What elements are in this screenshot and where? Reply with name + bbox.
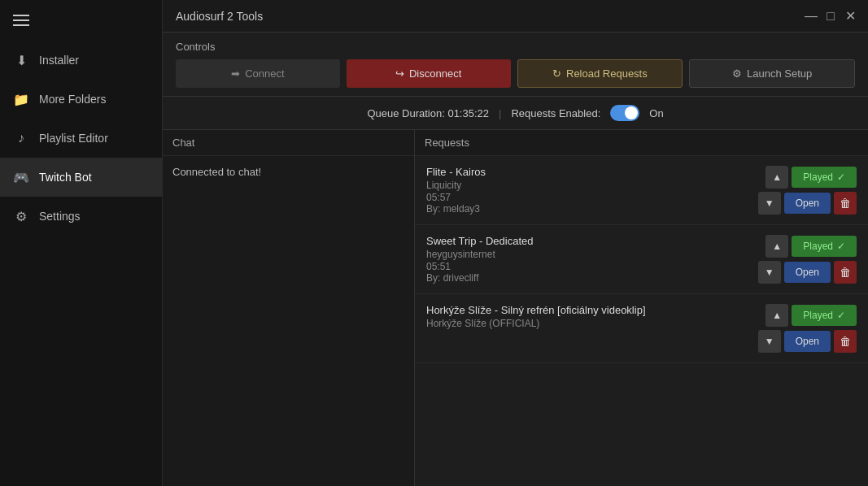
request-info: Flite - Kairos Liquicity 05:57 By: melda…: [426, 166, 750, 215]
open-button[interactable]: Open: [784, 262, 831, 283]
table-row: Horkýže Slíže - Silný refrén [oficiálny …: [415, 294, 868, 363]
main-content: Audiosurf 2 Tools — □ ✕ Controls ➡ Conne…: [163, 0, 868, 486]
open-button[interactable]: Open: [784, 193, 831, 214]
request-row1: ▲ Played ✓: [765, 235, 857, 258]
sidebar-item-playlist-editor[interactable]: ♪ Playlist Editor: [0, 119, 162, 158]
sidebar-item-settings-label: Settings: [39, 210, 81, 223]
sidebar: ⬇ Installer 📁 More Folders ♪ Playlist Ed…: [0, 0, 163, 486]
move-down-button[interactable]: ▼: [758, 261, 781, 284]
request-controls: ▲ Played ✓ ▼ Open 🗑: [758, 304, 857, 353]
launch-icon: ⚙: [732, 67, 742, 80]
toggle-thumb: [625, 106, 638, 119]
sidebar-item-installer-label: Installer: [39, 54, 79, 67]
requests-list: Flite - Kairos Liquicity 05:57 By: melda…: [415, 156, 868, 486]
move-down-button[interactable]: ▼: [758, 330, 781, 353]
controls-section: Controls ➡ Connect ↪ Disconnect ↻ Reload…: [163, 33, 868, 97]
request-title: Sweet Trip - Dedicated: [426, 235, 750, 247]
played-button[interactable]: Played ✓: [792, 167, 857, 188]
chat-content: Connected to chat!: [163, 156, 414, 486]
played-button[interactable]: Played ✓: [792, 236, 857, 257]
sidebar-header[interactable]: [0, 8, 162, 33]
sidebar-item-more-folders-label: More Folders: [39, 93, 106, 106]
disconnect-icon: ↪: [395, 67, 404, 80]
request-requester: Horkýže Slíže (OFFICIAL): [426, 318, 750, 329]
table-row: Flite - Kairos Liquicity 05:57 By: melda…: [415, 156, 868, 225]
request-controls: ▲ Played ✓ ▼ Open 🗑: [758, 235, 857, 284]
request-row1: ▲ Played ✓: [765, 304, 857, 327]
disconnect-label: Disconnect: [409, 67, 461, 80]
chat-message: Connected to chat!: [172, 166, 261, 178]
connect-button[interactable]: ➡ Connect: [176, 59, 340, 88]
reload-label: Reload Requests: [566, 67, 648, 80]
played-label: Played: [803, 171, 833, 183]
reload-button[interactable]: ↻ Reload Requests: [517, 59, 683, 88]
request-row1: ▲ Played ✓: [765, 166, 857, 189]
request-duration: 05:57: [426, 192, 750, 203]
sidebar-item-settings[interactable]: ⚙ Settings: [0, 197, 162, 236]
move-up-button[interactable]: ▲: [765, 304, 788, 327]
toggle-switch[interactable]: [610, 105, 639, 121]
move-up-button[interactable]: ▲: [765, 235, 788, 258]
launch-button[interactable]: ⚙ Launch Setup: [689, 59, 855, 88]
request-requester: heyguysinternet: [426, 249, 750, 260]
move-down-button[interactable]: ▼: [758, 192, 781, 215]
controls-label: Controls: [176, 41, 855, 53]
toggle-track[interactable]: [610, 105, 639, 121]
app-title: Audiosurf 2 Tools: [176, 10, 263, 23]
queue-divider: |: [499, 107, 501, 119]
request-row2: ▼ Open 🗑: [758, 330, 857, 353]
checkmark-icon: ✓: [837, 310, 845, 321]
disconnect-button[interactable]: ↪ Disconnect: [347, 59, 511, 88]
installer-icon: ⬇: [13, 52, 29, 68]
played-label: Played: [803, 310, 833, 321]
toggle-state-label: On: [649, 107, 663, 119]
playlist-icon: ♪: [13, 130, 29, 146]
requests-header: Requests: [415, 130, 868, 156]
reload-icon: ↻: [552, 67, 561, 80]
chat-panel: Chat Connected to chat!: [163, 130, 415, 486]
queue-duration-label: Queue Duration: 01:35:22: [367, 107, 489, 119]
delete-button[interactable]: 🗑: [834, 330, 857, 353]
request-duration: 05:51: [426, 261, 750, 272]
sidebar-item-twitch-label: Twitch Bot: [39, 171, 92, 184]
queue-bar: Queue Duration: 01:35:22 | Requests Enab…: [163, 97, 868, 130]
request-title: Flite - Kairos: [426, 166, 750, 178]
window-controls: — □ ✕: [806, 11, 855, 21]
request-controls: ▲ Played ✓ ▼ Open 🗑: [758, 166, 857, 215]
chat-header: Chat: [163, 130, 414, 156]
request-info: Horkýže Slíže - Silný refrén [oficiálny …: [426, 304, 750, 330]
queue-label: Queue Duration:: [367, 107, 444, 119]
open-button[interactable]: Open: [784, 331, 831, 352]
move-up-button[interactable]: ▲: [765, 166, 788, 189]
twitch-icon: 🎮: [13, 169, 29, 185]
minimize-button[interactable]: —: [806, 11, 816, 21]
request-row2: ▼ Open 🗑: [758, 192, 857, 215]
connect-arrow-icon: ➡: [231, 67, 240, 80]
delete-button[interactable]: 🗑: [834, 192, 857, 215]
checkmark-icon: ✓: [837, 241, 845, 252]
more-folders-icon: 📁: [13, 91, 29, 107]
request-info: Sweet Trip - Dedicated heyguysinternet 0…: [426, 235, 750, 284]
request-row2: ▼ Open 🗑: [758, 261, 857, 284]
title-bar: Audiosurf 2 Tools — □ ✕: [163, 0, 868, 33]
checkmark-icon: ✓: [837, 171, 845, 183]
controls-buttons: ➡ Connect ↪ Disconnect ↻ Reload Requests…: [176, 59, 855, 88]
sidebar-item-installer[interactable]: ⬇ Installer: [0, 41, 162, 80]
settings-icon: ⚙: [13, 208, 29, 224]
delete-button[interactable]: 🗑: [834, 261, 857, 284]
launch-label: Launch Setup: [747, 67, 812, 80]
sidebar-item-twitch-bot[interactable]: 🎮 Twitch Bot: [0, 158, 162, 197]
request-by: By: melday3: [426, 203, 750, 215]
played-button[interactable]: Played ✓: [792, 305, 857, 326]
requests-enabled-label: Requests Enabled:: [511, 107, 600, 119]
hamburger-icon: [13, 15, 29, 26]
close-button[interactable]: ✕: [845, 11, 855, 21]
sidebar-item-more-folders[interactable]: 📁 More Folders: [0, 80, 162, 119]
requests-panel: Requests Flite - Kairos Liquicity 05:57 …: [415, 130, 868, 486]
request-requester: Liquicity: [426, 180, 750, 191]
maximize-button[interactable]: □: [826, 11, 835, 21]
table-row: Sweet Trip - Dedicated heyguysinternet 0…: [415, 225, 868, 294]
queue-duration-value: 01:35:22: [447, 107, 489, 119]
request-by: By: drivecliff: [426, 272, 750, 284]
request-title: Horkýže Slíže - Silný refrén [oficiálny …: [426, 304, 750, 316]
